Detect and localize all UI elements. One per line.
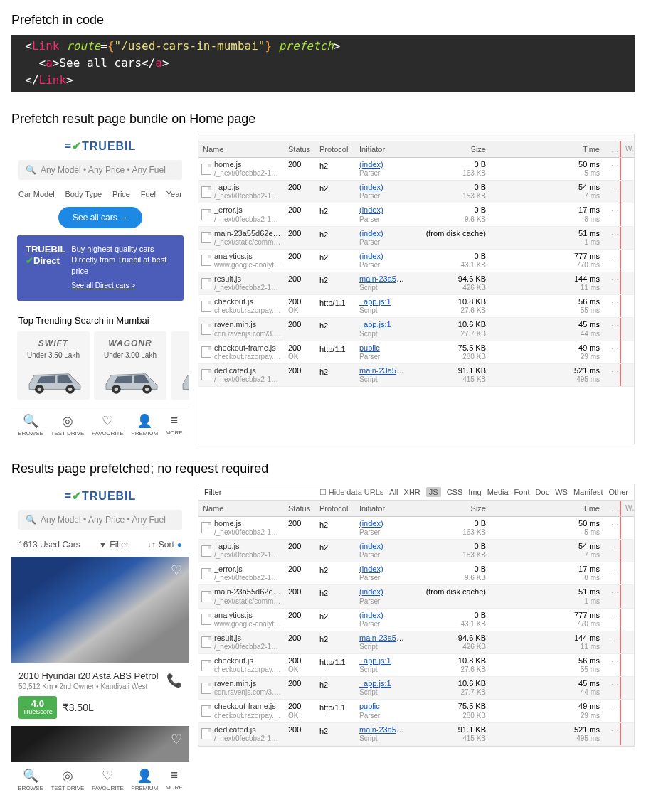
listing-price: ₹3.50L (63, 702, 94, 713)
network-row[interactable]: raven.min.jscdn.ravenjs.com/3.22.1200h2_… (198, 677, 634, 700)
devtools-network-panel-1: NameStatusProtocolInitiatorSizeTime…Wate… (198, 134, 635, 444)
phone-icon[interactable]: 📞 (166, 673, 182, 688)
search-icon: 🔍 (26, 515, 36, 525)
nav-item-more[interactable]: ≡MORE (166, 413, 183, 437)
devtools-network-panel-2: Filter ☐ Hide data URLs All XHR JS CSS I… (198, 484, 635, 747)
trending-row: SWIFTUnder 3.50 LakhWAGONRUnder 3.00 Lak… (11, 331, 189, 407)
svg-point-1 (38, 388, 41, 391)
js-file-icon (201, 301, 211, 312)
network-row[interactable]: main-23a55d62e85daea…/_next/static/commo… (198, 227, 634, 250)
network-row[interactable]: checkout.jscheckout.razorpay.com/v1200OK… (198, 654, 634, 677)
network-row[interactable]: dedicated.js/_next/0fecbba2-1716-4…200h2… (198, 364, 634, 387)
truescore-badge: 4.0 TrueScore (18, 696, 57, 719)
car-icon (100, 363, 164, 395)
network-row[interactable]: _error.js/_next/0fecbba2-1716-4…200h2(in… (198, 203, 634, 226)
js-file-icon (201, 346, 211, 358)
nav-icon: 🔍 (18, 413, 43, 429)
car-icon (23, 363, 87, 395)
network-row[interactable]: checkout.jscheckout.razorpay.com/v1200OK… (198, 295, 634, 318)
search-placeholder: Any Model • Any Price • Any Fuel (41, 165, 166, 175)
search-input[interactable]: 🔍 Any Model • Any Price • Any Fuel (18, 510, 182, 530)
section2-title: Prefetch result page bundle on Home page (11, 112, 635, 127)
direct-logo: TRUEBIL ✔Direct (26, 244, 65, 291)
js-file-icon (201, 660, 211, 671)
results-count: 1613 Used Cars (18, 540, 80, 550)
js-file-icon (201, 636, 211, 648)
nav-item-browse[interactable]: 🔍BROWSE (18, 768, 43, 791)
bottom-nav: 🔍BROWSE◎TEST DRIVE♡FAVOURITE👤PREMIUM≡MOR… (11, 407, 189, 439)
car-listing-image[interactable]: ♡ (11, 726, 189, 762)
nav-icon: 👤 (131, 768, 158, 784)
network-row[interactable]: analytics.jswww.google-analytics.c…200h2… (198, 609, 634, 631)
network-row[interactable]: _app.js/_next/0fecbba2-1716-4…200h2(inde… (198, 181, 634, 203)
search-input[interactable]: 🔍 Any Model • Any Price • Any Fuel (18, 160, 182, 180)
network-row[interactable]: analytics.jswww.google-analytics.c…200h2… (198, 250, 634, 272)
nav-item-premium[interactable]: 👤PREMIUM (131, 413, 158, 437)
car-listing-image[interactable]: ♡ (11, 557, 189, 663)
trending-card[interactable]: DUnde (171, 331, 189, 400)
nav-item-favourite[interactable]: ♡FAVOURITE (92, 413, 124, 437)
network-row[interactable]: result.js/_next/0fecbba2-1716-4…200h2mai… (198, 631, 634, 654)
js-file-icon (201, 591, 211, 602)
network-header: NameStatusProtocolInitiatorSizeTime…Wate… (198, 501, 634, 517)
mobile-home-app: =✔TRUEBIL 🔍 Any Model • Any Price • Any … (11, 134, 189, 439)
network-row[interactable]: home.js/_next/0fecbba2-1716-4…200h2(inde… (198, 517, 634, 540)
filter-tabs[interactable]: Car ModelBody TypePriceFuelYear (11, 183, 189, 204)
nav-item-more[interactable]: ≡MORE (166, 768, 183, 791)
js-file-icon (201, 232, 211, 243)
search-icon: 🔍 (26, 165, 36, 175)
mobile-results-app: =✔TRUEBIL 🔍 Any Model • Any Price • Any … (11, 484, 189, 794)
js-file-icon (201, 683, 211, 694)
section1-title: Prefetch in code (11, 13, 635, 28)
network-row[interactable]: dedicated.js/_next/0fecbba2-1716-4…200h2… (198, 723, 634, 746)
nav-item-favourite[interactable]: ♡FAVOURITE (92, 768, 124, 791)
trending-card[interactable]: SWIFTUnder 3.50 Lakh (17, 331, 90, 400)
nav-icon: ♡ (92, 768, 124, 784)
network-header: NameStatusProtocolInitiatorSizeTime…Wate (198, 141, 634, 158)
see-all-cars-button[interactable]: See all cars → (58, 207, 142, 228)
js-file-icon (201, 614, 211, 625)
code-block: <Link route={"/used-cars-in-mumbai"} pre… (11, 35, 635, 92)
brand-logo: =✔TRUEBIL (11, 134, 189, 157)
network-row[interactable]: main-23a55d62e85daea…/_next/static/commo… (198, 585, 634, 608)
nav-icon: 👤 (131, 413, 158, 429)
section3-title: Results page prefetched; no request requ… (11, 461, 635, 476)
direct-cars-link[interactable]: See all Direct cars > (71, 281, 175, 291)
nav-item-test-drive[interactable]: ◎TEST DRIVE (51, 768, 84, 791)
nav-item-browse[interactable]: 🔍BROWSE (18, 413, 43, 437)
nav-item-premium[interactable]: 👤PREMIUM (131, 768, 158, 791)
network-row[interactable]: result.js/_next/0fecbba2-1716-4…200h2mai… (198, 272, 634, 295)
svg-point-5 (115, 388, 118, 391)
brand-logo: =✔TRUEBIL (11, 484, 189, 507)
nav-icon: ≡ (166, 768, 183, 783)
truebil-direct-card[interactable]: TRUEBIL ✔Direct Buy highest quality cars… (17, 235, 184, 301)
heart-icon[interactable]: ♡ (171, 562, 182, 578)
js-file-icon (201, 164, 211, 175)
nav-icon: ♡ (92, 413, 124, 429)
nav-icon: ◎ (51, 413, 84, 429)
js-file-icon (201, 545, 211, 557)
js-file-icon (201, 568, 211, 579)
network-row[interactable]: _error.js/_next/0fecbba2-1716-4…200h2(in… (198, 562, 634, 585)
svg-point-3 (68, 388, 72, 391)
filter-button[interactable]: ▼Filter (98, 540, 129, 550)
trending-card[interactable]: WAGONRUnder 3.00 Lakh (94, 331, 166, 400)
sort-icon: ↓↑ (147, 540, 156, 550)
listing-subtitle: 50,512 Km • 2nd Owner • Kandivali West (18, 683, 159, 690)
network-row[interactable]: checkout-frame.jscheckout.razorpay.com/v… (198, 700, 634, 722)
js-file-icon (201, 324, 211, 335)
network-row[interactable]: checkout-frame.jscheckout.razorpay.com/v… (198, 341, 634, 364)
filter-bar[interactable]: Filter ☐ Hide data URLs All XHR JS CSS I… (198, 484, 634, 501)
js-file-icon (201, 369, 211, 380)
car-icon (176, 363, 189, 395)
js-file-icon (201, 522, 211, 533)
trending-heading: Top Trending Search in Mumbai (11, 308, 189, 331)
nav-icon: ◎ (51, 768, 84, 784)
heart-icon[interactable]: ♡ (171, 732, 182, 747)
nav-item-test-drive[interactable]: ◎TEST DRIVE (51, 413, 84, 437)
sort-button[interactable]: ↓↑Sort● (147, 540, 182, 550)
network-row[interactable]: _app.js/_next/0fecbba2-1716-4…200h2(inde… (198, 540, 634, 562)
nav-icon: ≡ (166, 413, 183, 428)
network-row[interactable]: raven.min.jscdn.ravenjs.com/3.22.1200h2_… (198, 318, 634, 341)
network-row[interactable]: home.js/_next/0fecbba2-1716-4…200h2(inde… (198, 158, 634, 181)
